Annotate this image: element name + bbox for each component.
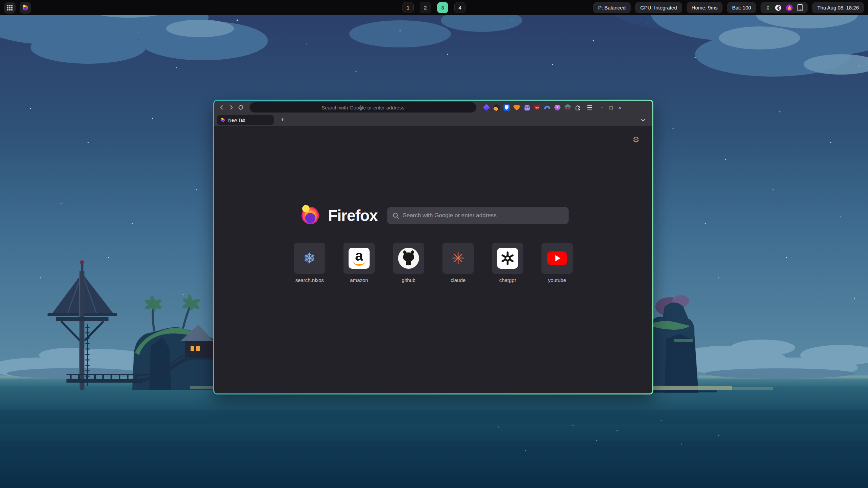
text-cursor [360,105,361,110]
firefox-window: uO ✳ − □ × New Tab + [213,100,653,394]
shortcut-label: amazon [350,277,368,283]
minimize-button[interactable]: − [598,105,607,110]
shortcut-claude[interactable]: ✳ claude [442,243,474,283]
flame-icon[interactable] [786,4,793,11]
extension-hexagon-icon[interactable]: ✳ [553,103,562,112]
close-button[interactable]: × [615,105,624,110]
network-latency-pill[interactable]: Home: 9ms [687,2,723,13]
workspace-2[interactable]: 2 [420,2,431,13]
workspace-switcher: 1 2 3 4 [402,2,466,13]
firefox-wordmark: Firefox [328,206,377,225]
firefox-icon [22,4,29,12]
back-button[interactable] [217,103,226,112]
extension-vpn-icon[interactable] [543,103,552,112]
extension-metamask-icon[interactable] [512,103,521,112]
status-bar: 1 2 3 4 P: Balanced GPU: Integrated Home… [0,0,868,15]
shortcut-youtube[interactable]: youtube [541,243,573,283]
extension-ghostery-icon[interactable] [522,103,531,112]
forward-button[interactable] [226,103,236,112]
shortcut-label: claude [451,277,466,283]
extension-ublock-icon[interactable]: uO [533,103,541,112]
app-grid-button[interactable] [4,2,16,14]
workspace-1[interactable]: 1 [402,2,414,13]
hamburger-icon [587,105,592,109]
github-octocat-icon [398,248,419,269]
scissors-icon[interactable]: ✂ [765,5,772,10]
tab-title: New Tab [228,118,245,123]
newtab-search-input[interactable] [387,207,569,224]
tab-favicon-firefox [220,118,225,123]
youtube-play-icon [547,251,567,265]
shortcut-search-nixos[interactable]: ❄ search.nixos [294,243,325,283]
personalize-gear-icon[interactable]: ⚙ [632,136,639,144]
firefox-logo [298,203,322,228]
app-grid-icon [7,5,13,11]
phone-icon[interactable] [797,4,803,11]
newtab-search-bar[interactable] [387,207,569,224]
shortcut-label: chatgpt [499,277,516,283]
workspace-4[interactable]: 4 [454,2,466,13]
nixos-snowflake-icon: ❄ [303,251,315,265]
clock-pill[interactable]: Thu Aug 08, 18:26 [812,2,864,13]
amazon-smile [353,260,365,266]
workspace-3-active[interactable]: 3 [437,2,448,13]
tab-bar: New Tab + [214,114,652,126]
battery-pill[interactable]: Bat: 100 [727,2,756,13]
search-icon [393,212,399,219]
shortcut-tiles: ❄ search.nixos a amazon [294,243,573,283]
extension-purple-gem-icon[interactable] [482,103,491,112]
new-tab-button[interactable]: + [278,116,287,124]
new-tab-page: ⚙ Firefox ❄ search.nixos a [214,126,652,393]
maximize-button[interactable]: □ [607,105,615,110]
url-input[interactable] [250,102,476,113]
system-tray: ✂ [761,2,808,13]
shortcut-amazon[interactable]: a amazon [343,243,375,283]
shortcut-chatgpt[interactable]: chatgpt [492,243,523,283]
extension-bitwarden-icon[interactable] [502,103,511,112]
newtab-hero: Firefox [298,203,568,228]
gpu-pill[interactable]: GPU: Integrated [635,2,682,13]
tab-new-tab[interactable]: New Tab [217,115,274,125]
shortcut-label: search.nixos [295,277,324,283]
extensions-puzzle-button[interactable] [573,103,582,112]
reload-button[interactable] [236,103,245,112]
extension-spy-icon[interactable] [563,103,572,112]
shortcut-github[interactable]: github [393,243,424,283]
chatgpt-knot-icon [497,248,518,269]
bluetooth-icon[interactable] [775,5,781,11]
firefox-launcher-button[interactable] [20,2,31,14]
shortcut-label: github [402,277,416,283]
menu-button[interactable] [585,103,594,112]
amazon-icon: a [349,248,370,269]
list-all-tabs-button[interactable] [638,115,648,125]
power-profile-pill[interactable]: P: Balanced [593,2,631,13]
shortcut-label: youtube [548,277,566,283]
url-bar[interactable] [250,102,476,113]
extension-dark-moon-icon[interactable] [492,103,501,112]
navigation-toolbar: uO ✳ − □ × [214,101,652,114]
claude-starburst-icon: ✳ [452,250,465,266]
